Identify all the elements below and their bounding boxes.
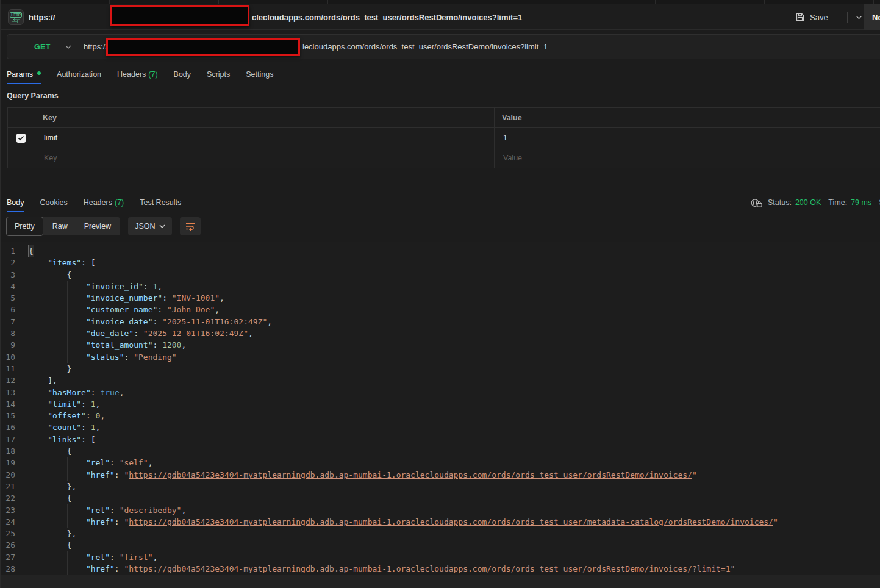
indent-guide [29, 375, 48, 386]
line-number: 12 [1, 375, 29, 386]
line-number: 9 [1, 339, 29, 351]
line-number: 1 [1, 245, 29, 257]
indent-guide [29, 421, 48, 433]
indent-guide [48, 516, 66, 528]
method-selector[interactable]: GET [34, 35, 51, 59]
table-new-row [8, 148, 880, 168]
url-protocol[interactable]: https:// [84, 35, 107, 59]
json-token: : [152, 339, 162, 351]
line-number: 7 [1, 316, 29, 328]
param-enabled-checkbox[interactable] [16, 134, 26, 143]
indent-guide [29, 398, 48, 410]
json-link[interactable]: https://gdb04a5423e3404-myatplearningdb.… [129, 469, 692, 481]
url-input-text[interactable]: lecloudapps.com/ords/ords_test_user/ords… [302, 35, 548, 59]
line-number: 15 [1, 410, 29, 421]
line-number: 19 [1, 457, 29, 468]
method-dropdown-chevron[interactable] [65, 35, 71, 59]
indent-guide [48, 339, 66, 351]
code-line: 14"limit": 1, [1, 398, 880, 410]
line-number: 24 [1, 516, 29, 528]
indent-guide [48, 328, 66, 339]
json-token: "customer_name" [86, 304, 157, 315]
response-body-code[interactable]: 1{2"items": [3{4"invoice_id": 1,5"invoic… [1, 242, 880, 575]
query-params-title: Query Params [7, 91, 59, 100]
code-line: 26{ [1, 539, 880, 551]
json-token: " [124, 516, 129, 528]
tab-body[interactable]: Body [174, 65, 191, 84]
indent-guide [48, 528, 66, 539]
json-token: "links" [48, 434, 81, 445]
json-token: }, [67, 481, 77, 492]
tab-response-cookies[interactable]: Cookies [40, 193, 68, 212]
json-token: : [134, 328, 143, 339]
indent-guide [48, 269, 66, 281]
format-select[interactable]: JSON [128, 217, 172, 235]
json-token: : [81, 398, 91, 410]
title-url-protocol: https:// [29, 4, 55, 30]
tab-response-headers[interactable]: Headers (7) [84, 193, 124, 212]
bottom-strip [1, 575, 880, 588]
save-button[interactable]: Save [795, 4, 828, 30]
indent-guide [29, 469, 48, 481]
redacted-hostname-box [106, 38, 300, 56]
json-token: "status" [86, 351, 124, 363]
code-line: 28"href": "https://gdb04a5423e3404-myatp… [1, 563, 880, 575]
tab-test-results[interactable]: Test Results [140, 193, 181, 212]
json-link[interactable]: https://gdb04a5423e3404-myatplearningdb.… [129, 516, 773, 528]
indent-guide [29, 528, 48, 539]
chevron-down-icon [159, 224, 165, 228]
indent-guide [29, 292, 48, 304]
status-value[interactable]: 200 OK [795, 198, 821, 207]
param-key-input[interactable] [43, 133, 471, 143]
new-param-value-input[interactable] [502, 153, 862, 163]
param-value-input[interactable] [502, 133, 862, 143]
json-token: " [124, 469, 129, 481]
indent-guide [67, 516, 86, 528]
tab-params[interactable]: Params [7, 65, 41, 84]
time-value[interactable]: 79 ms [851, 198, 871, 207]
code-line: 27"rel": "first", [1, 551, 880, 563]
environment-selector[interactable]: No [864, 4, 880, 30]
line-number: 13 [1, 387, 29, 398]
indent-guide [67, 551, 86, 563]
view-preview-button[interactable]: Preview [76, 222, 120, 231]
indent-guide [29, 281, 48, 292]
tab-headers[interactable]: Headers (7) [117, 65, 158, 84]
method-url-divider [77, 41, 77, 52]
code-line: 11} [1, 363, 880, 375]
json-token: , [96, 421, 101, 433]
json-token: , [220, 292, 224, 304]
tab-authorization[interactable]: Authorization [57, 65, 101, 84]
tab-scripts[interactable]: Scripts [207, 65, 230, 84]
new-param-key-input[interactable] [43, 153, 471, 163]
wrap-lines-button[interactable] [180, 217, 201, 235]
json-token: : [ [81, 257, 95, 268]
json-token: , [181, 504, 186, 516]
params-active-dot [37, 71, 41, 75]
code-line: 13"hasMore": true, [1, 387, 880, 398]
code-line: 15"offset": 0, [1, 410, 880, 421]
tab-response-body[interactable]: Body [7, 193, 24, 212]
line-number: 22 [1, 492, 29, 504]
json-token: : [115, 516, 124, 528]
line-number: 8 [1, 328, 29, 339]
json-token: "2025-12-01T16:02:49Z" [143, 328, 248, 339]
view-pretty-button[interactable]: Pretty [6, 217, 43, 236]
json-token: "https://gdb04a5423e3404-myatplearningdb… [124, 563, 735, 575]
json-token: , [157, 281, 162, 292]
json-token: "rel" [86, 504, 110, 516]
indent-guide [48, 563, 66, 575]
json-token: , [248, 328, 253, 339]
json-token: , [100, 410, 105, 421]
tab-settings[interactable]: Settings [246, 65, 273, 84]
json-token: true [100, 387, 119, 398]
line-number: 4 [1, 281, 29, 292]
line-number: 28 [1, 563, 29, 575]
view-raw-button[interactable]: Raw [43, 222, 76, 231]
json-token: "describedby" [120, 504, 182, 516]
json-token: , [96, 398, 101, 410]
json-token: "limit" [48, 398, 81, 410]
code-line: 9"total_amount": 1200, [1, 339, 880, 351]
json-token: "rel" [86, 551, 110, 563]
json-token: "due_date" [86, 328, 134, 339]
